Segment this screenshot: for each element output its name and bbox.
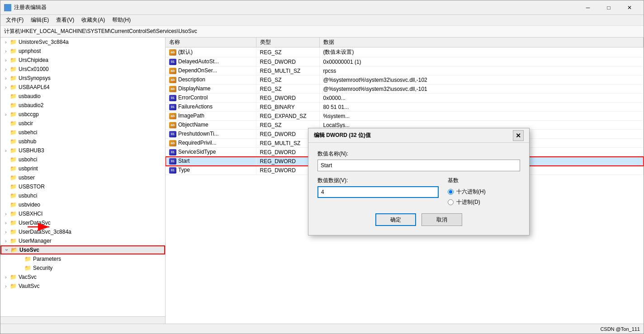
menu-favorites[interactable]: 收藏夹(A)	[78, 15, 109, 25]
cell-name: 01Start	[166, 157, 256, 166]
tree-item-urscx01000[interactable]: › 📁 UrsCx01000	[0, 65, 165, 74]
svg-rect-1	[5, 6, 7, 8]
tree-item-userdatasvc3c[interactable]: › 📁 UserDataSvc_3c884a	[0, 227, 165, 236]
expand-icon: ›	[2, 239, 9, 244]
tree-item-userdatasvc[interactable]: › 📁 UserDataSvc	[0, 218, 165, 227]
folder-icon: 📁	[9, 147, 17, 154]
menu-file[interactable]: 文件(F)	[2, 15, 27, 25]
table-row[interactable]: 01DelayedAutoSt... REG_DWORD 0x00000001 …	[166, 57, 644, 66]
maximize-button[interactable]: □	[598, 0, 619, 15]
table-row[interactable]: 01ErrorControl REG_DWORD 0x0000...	[166, 94, 644, 103]
dialog-value-label: 数值数据(V):	[317, 177, 439, 184]
cell-name: 01PreshutdownTi...	[166, 130, 256, 139]
tree-item-label: USBXHCI	[19, 211, 43, 217]
expand-icon	[2, 193, 9, 198]
tree-item-label: upnphost	[19, 48, 41, 54]
tree-item-usbhub3[interactable]: › 📁 USBHUB3	[0, 146, 165, 155]
tree-item-label: usbehci	[19, 129, 37, 136]
tree-item-usbuhci[interactable]: 📁 usbuhci	[0, 191, 165, 200]
table-row[interactable]: 01FailureActions REG_BINARY 80 51 01...	[166, 103, 644, 112]
expand-icon: ›	[2, 112, 9, 117]
folder-icon: 📁	[9, 174, 17, 181]
cell-name: 01Type	[166, 166, 256, 175]
tree-item-vacsvc[interactable]: › 📁 VacSvc	[0, 273, 165, 282]
tree-item-security[interactable]: 📁 Security	[0, 263, 165, 273]
tree-item-urssynopsys[interactable]: › 📁 UrsSynopsys	[0, 74, 165, 83]
minimize-button[interactable]: ─	[578, 0, 598, 15]
tree-item-unistoresvc[interactable]: › 📁 UnistoreSvc_3c884a	[0, 38, 165, 47]
cell-type: REG_DWORD	[256, 57, 319, 66]
tree-item-usbaapl64[interactable]: › 📁 USBAAPL64	[0, 83, 165, 92]
status-bar: CSDN @Ton_111	[0, 324, 644, 334]
tree-item-urschipidea[interactable]: › 📁 UrsChipidea	[0, 56, 165, 65]
tree-item-usbohci[interactable]: 📁 usbohci	[0, 155, 165, 164]
radio-hex[interactable]: 十六进制(H)	[448, 188, 520, 196]
expand-icon: ›	[2, 76, 9, 81]
expand-icon: ›	[2, 58, 9, 63]
radio-dec-input[interactable]	[448, 199, 454, 205]
tree-item-usbstor[interactable]: 📁 USBSTOR	[0, 182, 165, 191]
tree-item-usbser[interactable]: 📁 usbser	[0, 173, 165, 182]
cell-name: 01DelayedAutoSt...	[166, 57, 256, 66]
folder-icon: 📁	[9, 202, 17, 208]
dialog-name-input[interactable]	[317, 160, 520, 171]
tree-hscrollbar[interactable]	[0, 316, 165, 324]
table-row[interactable]: abImagePath REG_EXPAND_SZ %system...	[166, 112, 644, 121]
table-row[interactable]: ab(默认) REG_SZ (数值未设置)	[166, 47, 644, 57]
cell-data: rpcss	[319, 66, 644, 75]
tree-item-usbehci[interactable]: 📁 usbehci	[0, 128, 165, 137]
tree-item-label: usbhub	[19, 138, 36, 145]
folder-icon: 📁	[9, 238, 17, 244]
tree-item-usbprint[interactable]: 📁 usbprint	[0, 164, 165, 173]
dialog-close-button[interactable]: ✕	[513, 130, 524, 141]
cell-name: abDependOnSer...	[166, 66, 256, 75]
folder-icon: 📁	[9, 93, 17, 99]
svg-rect-2	[8, 6, 10, 7]
folder-icon: 📁	[9, 183, 17, 190]
tree-item-usbcir[interactable]: 📁 usbcir	[0, 119, 165, 128]
expand-icon: ›	[2, 85, 9, 90]
radio-dec[interactable]: 十进制(D)	[448, 198, 520, 206]
tree-item-label: usbcir	[19, 120, 33, 127]
expand-icon	[2, 166, 9, 171]
cell-type: REG_EXPAND_SZ	[256, 112, 319, 121]
table-row[interactable]: abDescription REG_SZ @%systemroot%\syste…	[166, 75, 644, 85]
tree-item-upnphost[interactable]: › 📁 upnphost	[0, 47, 165, 56]
folder-icon: 📁	[9, 193, 17, 199]
table-row[interactable]: abDependOnSer... REG_MULTI_SZ rpcss	[166, 66, 644, 75]
menu-view[interactable]: 查看(V)	[52, 15, 78, 25]
tree-item-usbxhci[interactable]: › 📁 USBXHCI	[0, 209, 165, 218]
tree-item-usbvideo[interactable]: 📁 usbvideo	[0, 200, 165, 209]
expand-icon: ›	[2, 49, 9, 54]
dialog-ok-button[interactable]: 确定	[375, 213, 416, 226]
cell-name: abRequiredPrivil...	[166, 139, 256, 148]
cell-name: 01FailureActions	[166, 103, 256, 112]
tree-item-label: UserDataSvc_3c884a	[19, 229, 71, 235]
tree-item-usbccgp[interactable]: › 📁 usbccgp	[0, 110, 165, 119]
col-data-header: 数据	[319, 38, 644, 47]
status-text: CSDN @Ton_111	[600, 326, 640, 332]
dialog-cancel-button[interactable]: 取消	[421, 213, 462, 226]
tree-item-usermanager[interactable]: › 📁 UserManager	[0, 236, 165, 245]
expand-icon: ›	[2, 148, 9, 153]
radio-hex-input[interactable]	[448, 189, 454, 195]
tree-item-label: usbvideo	[19, 202, 40, 208]
folder-icon: 📁	[9, 129, 17, 136]
menu-edit[interactable]: 编辑(E)	[27, 15, 52, 25]
close-button[interactable]: ✕	[619, 0, 640, 15]
cell-data: %system...	[319, 112, 644, 121]
dialog-value-input[interactable]	[317, 186, 439, 198]
cell-data: 80 51 01...	[319, 103, 644, 112]
tree-item-usbhub[interactable]: 📁 usbhub	[0, 137, 165, 146]
menu-help[interactable]: 帮助(H)	[109, 15, 134, 25]
tree-item-label: UrsCx01000	[19, 66, 49, 72]
tree-item-usbaudio[interactable]: 📁 usbaudio	[0, 92, 165, 101]
table-row[interactable]: abDisplayName REG_SZ @%systemroot%\syste…	[166, 85, 644, 94]
tree-item-parameters[interactable]: 📁 Parameters	[0, 254, 165, 263]
tree-item-vaultsvc[interactable]: › 📁 VaultSvc	[0, 282, 165, 291]
tree-item-usosvc[interactable]: › 📂 UsoSvc	[0, 245, 165, 254]
expand-icon	[2, 157, 9, 162]
tree-item-usbaudio2[interactable]: 📁 usbaudio2	[0, 101, 165, 110]
tree-item-label: UrsSynopsys	[19, 75, 51, 81]
expand-icon	[17, 266, 24, 271]
